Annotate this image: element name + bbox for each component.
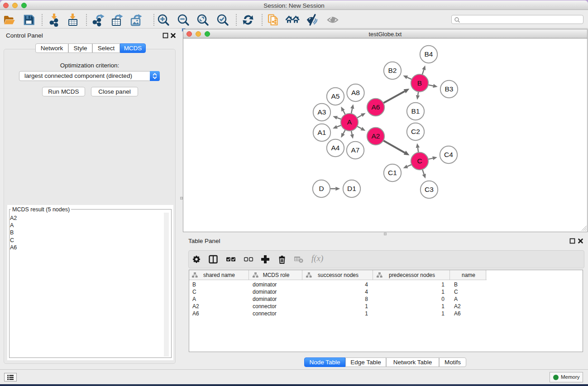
svg-text:B2: B2: [388, 67, 397, 74]
svg-text:A4: A4: [331, 144, 340, 152]
svg-text:C4: C4: [444, 151, 453, 158]
svg-text:C: C: [417, 157, 422, 165]
svg-text:A6: A6: [372, 103, 380, 111]
svg-text:D1: D1: [347, 185, 356, 192]
svg-text:C2: C2: [411, 128, 420, 135]
svg-text:A3: A3: [318, 108, 326, 116]
svg-text:A: A: [347, 118, 352, 126]
svg-text:A2: A2: [372, 132, 380, 140]
svg-text:A1: A1: [318, 129, 326, 136]
svg-text:f(x): f(x): [311, 253, 323, 263]
svg-text:A5: A5: [331, 92, 340, 100]
svg-text:A8: A8: [351, 89, 360, 96]
svg-text:B: B: [417, 79, 422, 87]
svg-text:D: D: [319, 185, 324, 192]
svg-text:A7: A7: [351, 146, 360, 154]
svg-text:C3: C3: [425, 186, 434, 193]
svg-text:B3: B3: [445, 85, 454, 93]
svg-text:B4: B4: [425, 50, 433, 58]
svg-text:B1: B1: [411, 107, 420, 115]
svg-text:C1: C1: [388, 169, 397, 176]
